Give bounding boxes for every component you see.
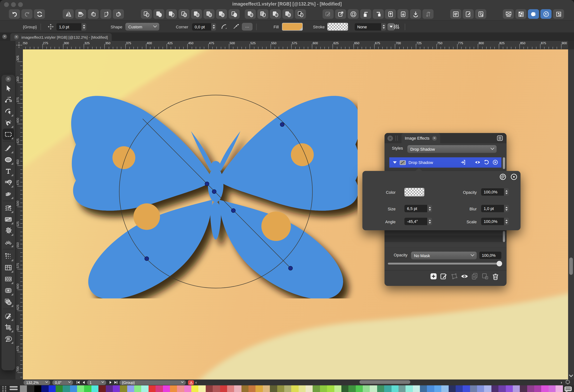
replace-front-button[interactable] — [228, 9, 240, 19]
arc-select-tool[interactable] — [2, 106, 14, 117]
color-swatch[interactable] — [213, 385, 220, 392]
color-swatch[interactable] — [241, 385, 248, 392]
color-swatch[interactable] — [163, 385, 170, 392]
hatch-fill-icon[interactable] — [499, 173, 507, 180]
gradient-tool[interactable] — [2, 214, 14, 225]
color-swatch[interactable] — [555, 385, 563, 392]
fill-swatch[interactable] — [282, 21, 303, 33]
color-swatch[interactable] — [463, 385, 470, 392]
shadow-color-swatch[interactable] — [404, 188, 424, 196]
export-selection-button[interactable] — [188, 380, 194, 385]
rotate-object-button[interactable] — [88, 9, 99, 19]
scroll-down-icon[interactable] — [569, 373, 573, 377]
vignette-tool[interactable] — [2, 285, 14, 296]
stroke-settings-icon[interactable] — [393, 21, 400, 33]
color-swatch[interactable] — [113, 385, 120, 392]
panel-columns-button[interactable] — [450, 9, 461, 19]
export-shape-button[interactable] — [335, 9, 346, 19]
color-swatch[interactable] — [527, 385, 534, 392]
color-swatch[interactable] — [434, 385, 441, 392]
close-all-tabs-button[interactable]: ✕ — [2, 34, 7, 39]
ruler-origin-button[interactable] — [16, 41, 23, 49]
close-panel-button[interactable]: ✕ — [388, 136, 393, 141]
control-point[interactable] — [280, 122, 284, 127]
color-swatch[interactable] — [298, 385, 306, 392]
color-swatch[interactable] — [384, 385, 391, 392]
color-swatch[interactable] — [356, 385, 363, 392]
color-swatch[interactable] — [492, 385, 499, 392]
close-panel-tab-icon[interactable]: ✕ — [432, 136, 437, 140]
shapes-outline-button[interactable] — [141, 9, 152, 19]
styles-dropdown[interactable]: Drop Shadow — [407, 145, 497, 153]
combine-shapes-button[interactable] — [270, 9, 281, 19]
color-swatch[interactable] — [470, 385, 477, 392]
color-swatch[interactable] — [270, 385, 277, 392]
control-point[interactable] — [212, 190, 216, 194]
opacity-field[interactable]: 100,0% — [481, 188, 509, 196]
point-mode-icon[interactable] — [510, 173, 518, 180]
color-swatch[interactable] — [41, 385, 48, 392]
panel-menu-icon[interactable] — [496, 135, 504, 142]
unite-shapes-button[interactable] — [153, 9, 164, 19]
redo-button[interactable] — [21, 9, 32, 19]
marquee-select-tool[interactable] — [2, 129, 14, 140]
overlap-group-button[interactable] — [348, 9, 359, 19]
color-swatch[interactable] — [48, 385, 56, 392]
delete-effect-button[interactable] — [492, 272, 499, 280]
color-swatch[interactable] — [91, 385, 99, 392]
color-swatch[interactable] — [149, 385, 156, 392]
color-swatch[interactable] — [34, 385, 41, 392]
color-swatch[interactable] — [291, 385, 299, 392]
angle-field[interactable]: -45,4° — [404, 218, 432, 225]
symbol-tool[interactable] — [2, 296, 14, 308]
first-page-button[interactable] — [76, 380, 80, 385]
toggle-effect-visibility-button[interactable] — [460, 272, 469, 280]
move-up-button[interactable] — [385, 9, 396, 19]
mask-dropdown[interactable]: No Mask — [411, 252, 477, 259]
color-swatch[interactable] — [320, 385, 327, 392]
expand-effect-icon[interactable] — [393, 161, 397, 164]
add-effect-button[interactable] — [430, 272, 438, 280]
color-swatch[interactable] — [227, 385, 234, 392]
color-swatch[interactable] — [327, 385, 334, 392]
previous-page-button[interactable] — [82, 380, 86, 385]
stroke-style-dropdown[interactable]: None — [355, 21, 395, 33]
tab-image-effects[interactable]: Image Effects ✕ — [401, 133, 440, 143]
horizontal-scrollbar-thumb[interactable] — [359, 380, 410, 384]
stroke-width-field[interactable]: 1,0 pt — [56, 21, 86, 33]
merge-shapes-button[interactable] — [204, 9, 215, 19]
color-swatch[interactable] — [77, 385, 84, 392]
opacity-slider[interactable] — [388, 263, 501, 265]
palette-drag-handle[interactable] — [2, 386, 7, 391]
swap-order-button[interactable] — [423, 9, 433, 19]
color-swatch[interactable] — [498, 385, 506, 392]
invert-shapes-button[interactable] — [295, 9, 306, 19]
effects-scrollbar-thumb2[interactable] — [503, 231, 505, 242]
color-swatch[interactable] — [391, 385, 399, 392]
color-swatch[interactable] — [99, 385, 106, 392]
color-swatch[interactable] — [541, 385, 549, 392]
perspective-warp-tool[interactable] — [2, 236, 14, 248]
text-tool[interactable] — [2, 165, 14, 177]
shatter-tool[interactable] — [2, 262, 14, 273]
control-point[interactable] — [145, 257, 149, 261]
intersect-shapes-button[interactable] — [178, 9, 189, 19]
copy-effect-button[interactable] — [471, 272, 479, 280]
color-swatch[interactable] — [263, 385, 270, 392]
pixel-grid-button[interactable] — [515, 9, 526, 19]
scale-field[interactable]: 100,0% — [481, 218, 509, 225]
color-swatch[interactable] — [477, 385, 484, 392]
crop-shapes-button[interactable] — [282, 9, 293, 19]
color-swatch[interactable] — [348, 385, 356, 392]
apply-effect-icon[interactable] — [460, 159, 466, 166]
shape-dropdown[interactable]: Custom — [125, 21, 159, 33]
color-swatch[interactable] — [363, 385, 370, 392]
color-swatch[interactable] — [84, 385, 91, 392]
color-swatch[interactable] — [427, 385, 434, 392]
color-swatch[interactable] — [456, 385, 463, 392]
color-swatch[interactable] — [248, 385, 256, 392]
control-point[interactable] — [288, 266, 292, 270]
close-tab-icon[interactable]: ✕ — [14, 35, 19, 39]
bring-forward-button[interactable] — [360, 9, 371, 19]
clip-view-button[interactable] — [553, 9, 564, 19]
